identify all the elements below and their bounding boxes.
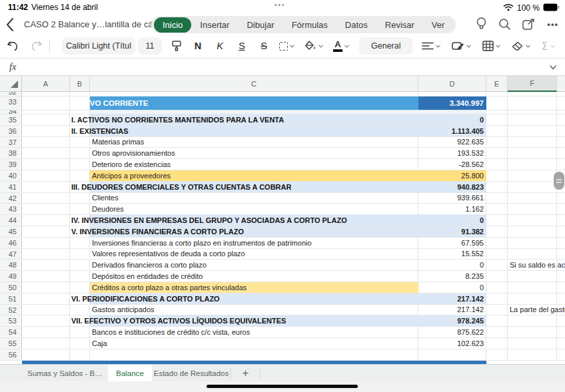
cell-label[interactable]: I. ACTIVOS NO CORRIENTES MANTENIDOS PARA… bbox=[71, 116, 284, 124]
share-icon[interactable] bbox=[522, 18, 536, 31]
cell-label[interactable]: Clientes bbox=[92, 194, 119, 202]
column-header-f[interactable]: F bbox=[508, 76, 557, 92]
font-color-button[interactable]: A bbox=[333, 40, 350, 52]
cell-label[interactable]: Créditos a corto plazo a otras partes vi… bbox=[92, 284, 247, 292]
row-number[interactable]: 52 bbox=[0, 305, 22, 315]
cell-value[interactable]: 67.595 bbox=[461, 239, 484, 247]
cell-label[interactable]: Caja bbox=[92, 339, 107, 347]
font-name-select[interactable]: Calibri Light (Títul bbox=[62, 37, 135, 55]
row-number[interactable]: 36 bbox=[0, 126, 22, 136]
cell-value[interactable]: 193.532 bbox=[457, 149, 484, 157]
font-size-select[interactable]: 11 bbox=[138, 37, 162, 55]
add-sheet-button[interactable]: + bbox=[231, 365, 260, 381]
ribbon-tab-revisar[interactable]: Revisar bbox=[376, 17, 423, 33]
cell-label[interactable]: II. EXISTENCIAS bbox=[71, 127, 129, 135]
cell-value[interactable]: 0 bbox=[480, 261, 484, 269]
row-number[interactable]: 35 bbox=[0, 114, 22, 125]
row-number[interactable]: 56 bbox=[0, 349, 22, 360]
ribbon-tab-datos[interactable]: Datos bbox=[336, 17, 376, 33]
select-all-button[interactable] bbox=[0, 76, 22, 91]
row-number[interactable]: 37 bbox=[0, 137, 22, 148]
row-number[interactable]: 54 bbox=[0, 327, 22, 337]
row-number[interactable]: 41 bbox=[0, 182, 22, 192]
cell-value[interactable]: 217.142 bbox=[457, 305, 484, 313]
alignment-button[interactable] bbox=[422, 41, 441, 51]
cell-label[interactable]: Bancos e instituciones de crédito c/c vi… bbox=[92, 328, 250, 336]
row-number[interactable]: 47 bbox=[0, 249, 22, 260]
row-number[interactable]: 55 bbox=[0, 338, 22, 349]
row-number[interactable]: 53 bbox=[0, 315, 22, 326]
cell-label[interactable]: Inversiones financieras a corto plazo en… bbox=[92, 239, 312, 247]
cell-label[interactable]: Depósitos en entidades de crédito bbox=[92, 272, 203, 280]
cell-value[interactable]: -28.562 bbox=[459, 160, 484, 168]
cell-value[interactable]: 940.823 bbox=[457, 183, 484, 191]
home-indicator[interactable] bbox=[207, 385, 358, 388]
vertical-scrollbar-thumb[interactable] bbox=[554, 172, 564, 190]
row-number[interactable]: 49 bbox=[0, 271, 22, 282]
row-number[interactable]: 43 bbox=[0, 204, 22, 214]
back-button[interactable] bbox=[5, 17, 19, 32]
multitask-dots-icon[interactable]: ••• bbox=[275, 1, 286, 9]
column-header-a[interactable]: A bbox=[22, 76, 70, 91]
cell-label[interactable]: III. DEUDORES COMERCIALES Y OTRAS CUENTA… bbox=[71, 183, 291, 191]
autosum-button[interactable]: Σ bbox=[541, 40, 555, 53]
cell-note[interactable]: La parte del gasto bbox=[510, 305, 565, 313]
ribbon-tab-insertar[interactable]: Insertar bbox=[191, 17, 238, 33]
cell-label[interactable]: VI. PERIODIFICACIONES A CORTO PLAZO bbox=[71, 295, 220, 303]
format-painter-icon[interactable] bbox=[171, 40, 183, 52]
sheet-tab-estado-de-resultados[interactable]: Estado de Resultados bbox=[152, 365, 231, 381]
row-number[interactable]: 39 bbox=[0, 159, 22, 170]
row-number[interactable]: 33 bbox=[0, 97, 22, 110]
cell-value[interactable]: 939.661 bbox=[457, 194, 484, 202]
row-number[interactable]: 48 bbox=[0, 260, 22, 270]
cell-label[interactable]: VII. EFECTIVO Y OTROS ACTIVOS LÍQUIDOS E… bbox=[71, 317, 286, 325]
row-number[interactable]: 34 bbox=[0, 110, 22, 114]
formula-bar[interactable]: fx bbox=[0, 59, 565, 76]
column-header-c[interactable]: C bbox=[90, 76, 418, 91]
clear-button[interactable] bbox=[512, 41, 531, 51]
undo-button[interactable] bbox=[7, 41, 19, 52]
cell-value[interactable]: 25.800 bbox=[461, 172, 484, 180]
cell-value[interactable]: 15.552 bbox=[461, 250, 484, 258]
cell-value[interactable]: 978.245 bbox=[457, 317, 484, 325]
underline-button[interactable]: S bbox=[235, 41, 249, 51]
lightbulb-icon[interactable] bbox=[476, 17, 487, 31]
row-number[interactable]: 38 bbox=[0, 148, 22, 158]
ribbon-tab-inicio[interactable]: Inicio bbox=[154, 17, 191, 33]
row-number[interactable]: 51 bbox=[0, 294, 22, 304]
cell-label[interactable]: Otros aprovisionamientos bbox=[92, 149, 175, 157]
borders-button[interactable] bbox=[279, 42, 295, 51]
spreadsheet-grid[interactable]: 32ACTIVO CORRIENTE3.340.9973334I. ACTIVO… bbox=[0, 92, 565, 364]
number-format-select[interactable]: General bbox=[359, 37, 412, 55]
table-styles-button[interactable] bbox=[482, 41, 501, 51]
fill-color-button[interactable] bbox=[304, 41, 324, 52]
column-header-d[interactable]: D bbox=[418, 76, 486, 91]
strikethrough-button[interactable]: S bbox=[257, 41, 271, 51]
cell-value[interactable]: 8.235 bbox=[465, 272, 484, 280]
sheet-tab-sumas-y-saldos[interactable]: Sumas y Saldos - B… bbox=[22, 365, 108, 381]
row-number[interactable]: 46 bbox=[0, 238, 22, 248]
cell-label[interactable]: Valores representativos de deuda a corto… bbox=[92, 250, 245, 258]
cell-value[interactable]: 0 bbox=[480, 284, 484, 292]
ribbon-tab-formulas[interactable]: Fórmulas bbox=[283, 17, 336, 33]
cell-value[interactable]: 1.113.405 bbox=[452, 127, 484, 135]
cell-value[interactable]: 0 bbox=[480, 116, 484, 124]
cell-label[interactable]: Deudores bbox=[92, 205, 124, 213]
more-options-icon[interactable]: ••• bbox=[547, 19, 558, 29]
cell-note[interactable]: Si su saldo es acre bbox=[510, 261, 565, 269]
cell-value[interactable]: 102.623 bbox=[457, 339, 484, 347]
cell-label[interactable]: ACTIVO CORRIENTE bbox=[72, 99, 148, 107]
cell-value[interactable]: 91.382 bbox=[461, 228, 484, 236]
cell-value[interactable]: 1.162 bbox=[465, 205, 484, 213]
sheet-tab-balance[interactable]: Balance bbox=[108, 365, 152, 381]
row-number[interactable]: 50 bbox=[0, 282, 22, 293]
cell-label[interactable]: IV. INVERSIONES EN EMPRESAS DEL GRUPO Y … bbox=[71, 216, 347, 224]
redo-button[interactable] bbox=[30, 41, 43, 52]
column-header-e[interactable]: E bbox=[486, 76, 508, 91]
cell-value[interactable]: 922.635 bbox=[457, 138, 484, 146]
cell-label[interactable]: V. INVERSIONES FINANCIERAS A CORTO PLAZO bbox=[71, 228, 244, 236]
cell-value[interactable]: 0 bbox=[480, 216, 484, 224]
cell-format-button[interactable] bbox=[452, 41, 472, 51]
cell-value[interactable]: 3.340.997 bbox=[450, 99, 484, 107]
cell-value[interactable]: 875.622 bbox=[457, 328, 484, 336]
